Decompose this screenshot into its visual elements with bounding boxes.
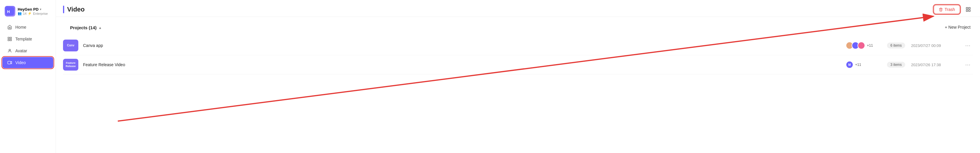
workspace-name: HeyGen PD ▾ — [18, 7, 48, 11]
svg-rect-7 — [8, 61, 11, 64]
project-name: Feature Release Video — [83, 62, 841, 67]
title-accent-bar — [63, 6, 64, 13]
template-icon — [7, 36, 13, 42]
sidebar: H HeyGen PD ▾ 👥 14 ⚡ Enterprise Home — [0, 0, 56, 153]
projects-header-row: Projects (14) ▲ + New Project — [56, 17, 980, 36]
trash-button[interactable]: Trash — [934, 5, 960, 14]
sidebar-item-label: Template — [15, 37, 32, 41]
sidebar-item-template[interactable]: Template — [2, 33, 53, 45]
project-date: 2023/07/27 00:09 — [911, 43, 958, 48]
sidebar-item-label: Avatar — [15, 48, 27, 53]
avatar-count: +11 — [855, 63, 861, 67]
sidebar-item-video[interactable]: Video — [2, 57, 53, 68]
avatar: M — [846, 61, 853, 69]
header-actions: Trash — [934, 5, 973, 14]
table-row: Feature Release Feature Release Video M … — [63, 55, 973, 74]
svg-rect-12 — [966, 10, 967, 11]
avatar — [858, 42, 865, 49]
svg-rect-3 — [10, 37, 11, 39]
project-thumbnail: Feature Release — [63, 59, 78, 71]
avatar-stack — [846, 42, 865, 49]
sidebar-item-label: Video — [15, 60, 26, 65]
avatar-count: +11 — [867, 43, 873, 48]
items-count-badge: 3 items — [886, 62, 906, 68]
page-title: Video — [63, 6, 85, 13]
svg-rect-11 — [969, 7, 970, 9]
main-content: Video Trash Projects (14) — [56, 0, 980, 153]
enterprise-badge: ⚡ — [28, 11, 32, 15]
project-more-button[interactable]: ··· — [963, 61, 973, 69]
grid-view-button[interactable] — [964, 5, 973, 14]
svg-rect-13 — [969, 10, 970, 11]
items-count-badge: 6 items — [886, 42, 906, 48]
project-thumbnail: Conv — [63, 40, 78, 52]
table-row: Conv Canva app +11 6 items 2023/07/27 00… — [63, 36, 973, 55]
svg-point-6 — [9, 49, 10, 51]
home-icon — [7, 24, 13, 30]
svg-rect-4 — [8, 39, 10, 41]
project-list: Conv Canva app +11 6 items 2023/07/27 00… — [56, 36, 980, 153]
svg-rect-2 — [8, 37, 10, 39]
project-more-button[interactable]: ··· — [963, 41, 973, 50]
sidebar-item-avatar[interactable]: Avatar — [2, 45, 53, 56]
chevron-down-icon: ▾ — [40, 8, 41, 11]
projects-heading[interactable]: Projects (14) ▲ — [63, 21, 109, 33]
avatar-icon — [7, 48, 13, 53]
workspace-logo[interactable]: H HeyGen PD ▾ 👥 14 ⚡ Enterprise — [0, 3, 56, 21]
svg-rect-5 — [10, 39, 11, 41]
trash-icon — [939, 7, 943, 11]
project-avatars: M +11 — [846, 61, 881, 69]
svg-rect-10 — [966, 7, 967, 9]
page-header: Video Trash — [56, 0, 980, 17]
new-project-button[interactable]: + New Project — [942, 24, 973, 31]
project-date: 2023/07/26 17:38 — [911, 63, 958, 67]
project-name: Canva app — [83, 43, 841, 48]
chevron-up-icon: ▲ — [99, 26, 102, 30]
project-avatars: +11 — [846, 42, 881, 49]
svg-text:H: H — [7, 10, 10, 14]
sidebar-item-home[interactable]: Home — [2, 22, 53, 33]
avatar-stack: M — [846, 61, 853, 69]
workspace-meta: 👥 14 ⚡ Enterprise — [18, 11, 48, 15]
video-icon — [7, 60, 13, 65]
grid-icon — [966, 7, 971, 12]
sidebar-item-label: Home — [15, 25, 26, 29]
logo-info: HeyGen PD ▾ 👥 14 ⚡ Enterprise — [18, 7, 48, 15]
logo-avatar: H — [5, 6, 15, 16]
